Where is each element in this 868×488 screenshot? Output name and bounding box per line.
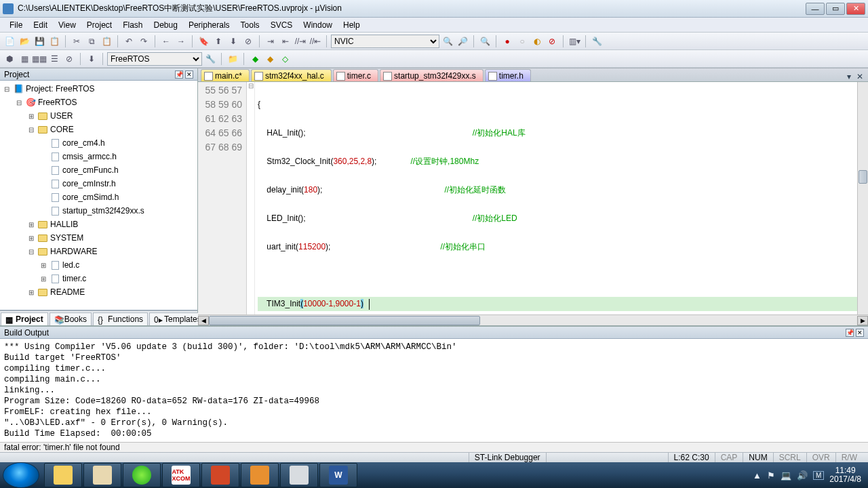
save-all-button[interactable]: 📋 [47, 35, 61, 48]
build-output-text[interactable]: *** Using Compiler 'V5.06 update 3 (buil… [0, 339, 868, 442]
new-file-button[interactable]: 📄 [3, 35, 16, 48]
breakpoint-insert-button[interactable]: ● [500, 35, 514, 48]
cut-button[interactable]: ✂ [70, 35, 83, 48]
debug-button[interactable]: 🔍 [478, 35, 492, 48]
menu-debug[interactable]: Debug [149, 19, 183, 31]
code-editor[interactable]: 55 56 57 58 59 60 61 62 63 64 65 66 67 6… [198, 82, 868, 314]
tree-folder-hallib[interactable]: ⊞HALLIB [0, 218, 197, 231]
tree-file[interactable]: core_cmSimd.h [0, 190, 197, 204]
breakpoint-enable-button[interactable]: ○ [515, 35, 529, 48]
file-tab-startup[interactable]: startup_stm32f429xx.s [380, 69, 484, 81]
tree-file[interactable]: core_cmInstr.h [0, 177, 197, 190]
redo-button[interactable]: ↷ [137, 35, 151, 48]
taskbar-item-uvision[interactable] [280, 463, 318, 487]
nav-back-button[interactable]: ← [159, 35, 173, 48]
tree-folder-system[interactable]: ⊞SYSTEM [0, 231, 197, 245]
file-tab-hal[interactable]: stm32f4xx_hal.c [251, 69, 332, 81]
stop-build-button[interactable]: ⊘ [62, 52, 76, 66]
tab-project[interactable]: ▦Project [1, 312, 48, 325]
panel-close-button[interactable]: ✕ [185, 70, 193, 79]
menu-project[interactable]: Project [81, 19, 117, 31]
tray-volume-icon[interactable]: 🔊 [797, 470, 808, 481]
bookmark-next-button[interactable]: ⬇ [226, 35, 240, 48]
tree-file[interactable]: core_cmFunc.h [0, 163, 197, 177]
manage-rte-button[interactable]: ◆ [248, 52, 262, 66]
tree-target[interactable]: ⊟🎯FreeRTOS [0, 96, 197, 109]
window-layout-button[interactable]: ▥▾ [568, 35, 581, 48]
target-options-button[interactable]: 🔧 [203, 52, 217, 66]
nav-forward-button[interactable]: → [174, 35, 188, 48]
save-button[interactable]: 💾 [33, 35, 46, 48]
menu-help[interactable]: Help [338, 19, 366, 31]
taskbar-item-word[interactable]: W [319, 463, 357, 487]
taskbar-item-app1[interactable] [123, 463, 161, 487]
editor-hscrollbar[interactable]: ◀ ▶ [198, 314, 868, 325]
hscroll-left[interactable]: ◀ [198, 316, 209, 325]
file-tab-main[interactable]: main.c* [201, 69, 250, 81]
menu-view[interactable]: View [53, 19, 81, 31]
menu-peripherals[interactable]: Peripherals [183, 19, 235, 31]
start-button[interactable] [3, 462, 39, 488]
bookmark-button[interactable]: 🔖 [197, 35, 210, 48]
copy-button[interactable]: ⧉ [85, 35, 98, 48]
menu-tools[interactable]: Tools [235, 19, 265, 31]
tab-close-button[interactable]: ✕ [855, 72, 865, 81]
tab-functions[interactable]: {}Functions [93, 312, 148, 325]
taskbar-item-pdf[interactable] [241, 463, 279, 487]
tab-dropdown-button[interactable]: ▾ [844, 72, 854, 81]
comment-button[interactable]: //⇥ [294, 35, 307, 48]
build-button[interactable]: ▦ [18, 52, 31, 66]
find-button[interactable]: 🔍 [441, 35, 454, 48]
target-select[interactable]: FreeRTOS [107, 52, 202, 66]
outdent-button[interactable]: ⇤ [279, 35, 292, 48]
tree-file[interactable]: ⊞timer.c [0, 272, 197, 285]
file-tab-timer-h[interactable]: timer.h [485, 69, 531, 81]
open-button[interactable]: 📂 [18, 35, 31, 48]
file-tab-timer-c[interactable]: timer.c [333, 69, 378, 81]
menu-flash[interactable]: Flash [117, 19, 148, 31]
build-pin-button[interactable]: 📌 [846, 329, 854, 337]
find-in-files-button[interactable]: 🔎 [456, 35, 469, 48]
tree-folder-user[interactable]: ⊞USER [0, 109, 197, 123]
translate-button[interactable]: ⬢ [3, 52, 16, 66]
tree-root[interactable]: ⊟📘Project: FreeRTOS [0, 82, 197, 96]
build-close-button[interactable]: ✕ [856, 329, 864, 337]
tree-file[interactable]: ⊞led.c [0, 258, 197, 272]
close-button[interactable]: ✕ [846, 3, 865, 15]
taskbar-item-folder[interactable] [83, 463, 121, 487]
code-area[interactable]: { HAL_Init();//初始化HAL库 Stm32_Clock_Init(… [255, 82, 868, 314]
bookmark-clear-button[interactable]: ⊘ [241, 35, 255, 48]
hscroll-right[interactable]: ▶ [857, 316, 868, 325]
tree-folder-hardware[interactable]: ⊟HARDWARE [0, 245, 197, 258]
menu-edit[interactable]: Edit [28, 19, 53, 31]
tab-books[interactable]: 📚Books [50, 312, 92, 325]
tree-file[interactable]: cmsis_armcc.h [0, 150, 197, 163]
tree-folder-core[interactable]: ⊟CORE [0, 123, 197, 136]
menu-file[interactable]: File [4, 19, 28, 31]
maximize-button[interactable]: ▭ [826, 3, 845, 15]
pack-installer-button[interactable]: ◇ [278, 52, 292, 66]
taskbar-item-atk[interactable]: ATKXCOM [162, 463, 200, 487]
tray-up-icon[interactable]: ▲ [753, 470, 762, 481]
download-button[interactable]: ⬇ [85, 52, 98, 66]
fold-column[interactable]: ⊟ [247, 82, 255, 314]
minimize-button[interactable]: — [806, 3, 825, 15]
undo-button[interactable]: ↶ [122, 35, 136, 48]
breakpoint-kill-button[interactable]: ⊘ [545, 35, 559, 48]
uncomment-button[interactable]: //⇤ [309, 35, 322, 48]
tray-flag-icon[interactable]: ⚑ [767, 470, 775, 481]
panel-pin-button[interactable]: 📌 [175, 70, 183, 79]
breakpoint-disable-button[interactable]: ◐ [530, 35, 544, 48]
menu-window[interactable]: Window [298, 19, 338, 31]
select-packs-button[interactable]: ◆ [263, 52, 277, 66]
project-tree[interactable]: ⊟📘Project: FreeRTOS ⊟🎯FreeRTOS ⊞USER ⊟CO… [0, 81, 197, 310]
indent-button[interactable]: ⇥ [264, 35, 277, 48]
taskbar-item-ppt[interactable] [201, 463, 239, 487]
tray-clock[interactable]: 11:492017/4/8 [829, 466, 861, 484]
system-tray[interactable]: ▲ ⚑ 💻 🔊 M 11:492017/4/8 [749, 466, 865, 484]
tray-lang-icon[interactable]: M [813, 471, 824, 480]
tray-network-icon[interactable]: 💻 [781, 470, 791, 481]
tree-folder-readme[interactable]: ⊞README [0, 285, 197, 299]
paste-button[interactable]: 📋 [100, 35, 113, 48]
tree-file[interactable]: core_cm4.h [0, 136, 197, 150]
